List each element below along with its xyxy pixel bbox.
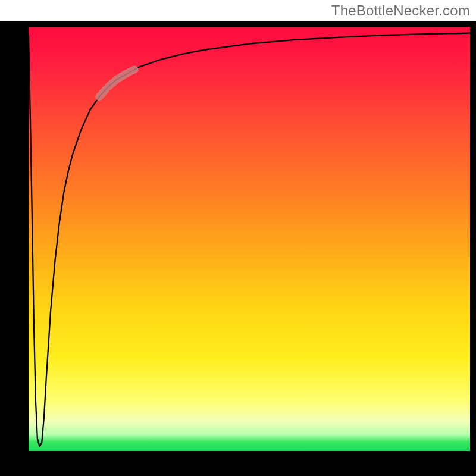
watermark-text: TheBottleNecker.com <box>331 2 470 19</box>
frame-top <box>0 21 476 27</box>
curve-layer <box>29 27 470 451</box>
frame-left <box>0 21 29 457</box>
highlight-segment-path <box>99 70 134 97</box>
chart-stage: TheBottleNecker.com <box>0 0 476 476</box>
frame-right <box>470 21 476 457</box>
bottleneck-curve-path <box>29 33 470 447</box>
frame-bottom <box>0 451 476 476</box>
